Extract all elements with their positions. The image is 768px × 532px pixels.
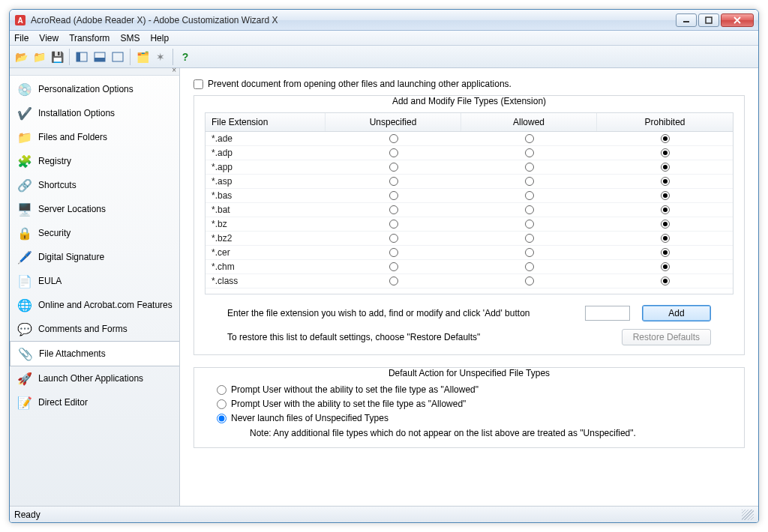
split-none-icon[interactable] [110,49,126,65]
radio-unspecified[interactable] [389,148,398,157]
minimize-button[interactable] [676,13,697,27]
radio-allowed[interactable] [525,163,534,172]
sidebar-item[interactable]: 📁Files and Folders [10,125,179,149]
table-row[interactable]: *.chm [206,260,733,274]
disabled-tool-icon: ✶ [152,49,169,65]
table-row[interactable]: *.bas [206,189,733,203]
sidebar: × 💿Personalization Options✔️Installation… [10,68,180,506]
radio-allowed[interactable] [525,191,534,200]
col-prohibited[interactable]: Prohibited [597,113,733,131]
sidebar-item[interactable]: 🖥️Server Locations [10,197,179,221]
maximize-button[interactable] [698,13,719,27]
table-row[interactable]: *.app [206,160,733,175]
radio-allowed[interactable] [525,248,534,257]
radio-unspecified[interactable] [389,134,398,143]
menu-view[interactable]: View [39,33,58,43]
sidebar-item[interactable]: 💬Comments and Forms [10,317,179,341]
radio-allowed[interactable] [525,148,534,157]
table-row[interactable]: *.bz2 [206,232,733,246]
radio-allowed[interactable] [525,262,534,271]
radio-prohibited[interactable] [661,248,670,257]
radio-unspecified[interactable] [389,276,398,285]
radio-unspecified[interactable] [389,177,398,186]
radio-prohibited[interactable] [661,134,670,143]
add-extension-input[interactable] [585,306,630,321]
table-row[interactable]: *.bz [206,217,733,232]
table-row[interactable]: *.cer [206,246,733,260]
sidebar-handle[interactable]: × [10,68,179,76]
menu-transform[interactable]: Transform [69,33,110,43]
menu-file[interactable]: File [14,33,28,43]
radio-prohibited[interactable] [661,220,670,229]
radio-allowed[interactable] [525,134,534,143]
default-action-radio[interactable] [217,399,226,409]
sidebar-item-label: Direct Editor [38,397,88,408]
split-bottom-icon[interactable] [92,49,108,65]
restore-defaults-button[interactable]: Restore Defaults [622,329,711,345]
sidebar-item[interactable]: 🧩Registry [10,149,179,173]
col-allowed[interactable]: Allowed [461,113,597,131]
resize-grip-icon[interactable] [742,510,754,520]
save-icon[interactable]: 💾 [49,49,65,65]
default-action-radio[interactable] [217,385,226,395]
prevent-checkbox[interactable] [194,79,203,89]
open2-icon[interactable]: 📁 [31,49,47,65]
table-row[interactable]: *.bat [206,203,733,217]
sidebar-item[interactable]: 📄EULA [10,269,179,293]
radio-unspecified[interactable] [389,163,398,172]
table-row[interactable]: *.class [206,274,733,288]
radio-allowed[interactable] [525,205,534,214]
sidebar-item[interactable]: ✔️Installation Options [10,101,179,125]
add-button[interactable]: Add [642,305,711,321]
col-file-extension[interactable]: File Extension [206,113,326,131]
radio-unspecified[interactable] [389,191,398,200]
radio-prohibited[interactable] [661,148,670,157]
table-row[interactable]: *.ade [206,132,733,146]
radio-prohibited[interactable] [661,191,670,200]
package-icon[interactable]: 🗂️ [134,49,151,65]
table-row[interactable]: *.asp [206,175,733,189]
default-action-option[interactable]: Never launch files of Unspecified Types [217,413,734,423]
default-action-option[interactable]: Prompt User with the ability to set the … [217,399,734,409]
radio-unspecified[interactable] [389,248,398,257]
radio-prohibited[interactable] [661,205,670,214]
radio-unspecified[interactable] [389,205,398,214]
sidebar-item[interactable]: 🌐Online and Acrobat.com Features [10,293,179,317]
radio-allowed[interactable] [525,234,534,243]
open-icon[interactable]: 📂 [13,49,29,65]
svg-rect-7 [94,58,105,61]
sidebar-item[interactable]: 🔒Security [10,221,179,245]
radio-allowed[interactable] [525,276,534,285]
file-types-legend: Add and Modify File Types (Extension) [205,96,734,106]
sidebar-item[interactable]: 💿Personalization Options [10,77,179,101]
sidebar-item[interactable]: 🚀Launch Other Applications [10,366,179,390]
radio-allowed[interactable] [525,220,534,229]
radio-unspecified[interactable] [389,262,398,271]
radio-prohibited[interactable] [661,262,670,271]
radio-prohibited[interactable] [661,234,670,243]
help-icon[interactable]: ? [177,49,194,65]
radio-allowed[interactable] [525,177,534,186]
sidebar-item[interactable]: 📝Direct Editor [10,390,179,414]
radio-prohibited[interactable] [661,163,670,172]
close-button[interactable] [721,13,754,27]
sidebar-item[interactable]: 📎File Attachments [10,341,179,366]
sidebar-item[interactable]: 🖊️Digital Signature [10,245,179,269]
split-left-icon[interactable] [74,49,90,65]
menu-sms[interactable]: SMS [120,33,140,43]
radio-unspecified[interactable] [389,234,398,243]
sidebar-close-icon[interactable]: × [172,66,176,74]
radio-prohibited[interactable] [661,276,670,285]
prevent-label[interactable]: Prevent document from opening other file… [208,79,512,89]
default-action-legend: Default Action for Unspecified File Type… [205,368,734,378]
radio-unspecified[interactable] [389,220,398,229]
sidebar-item[interactable]: 🔗Shortcuts [10,173,179,197]
table-row[interactable]: *.adp [206,146,733,160]
menu-help[interactable]: Help [150,33,169,43]
titlebar: A AcroRead (Adobe Reader X) - Adobe Cust… [10,10,758,31]
col-unspecified[interactable]: Unspecified [326,113,461,131]
sidebar-item-icon: 🌐 [16,297,34,312]
default-action-option[interactable]: Prompt User without the ability to set t… [217,384,734,395]
default-action-radio[interactable] [217,414,226,423]
radio-prohibited[interactable] [661,177,670,186]
